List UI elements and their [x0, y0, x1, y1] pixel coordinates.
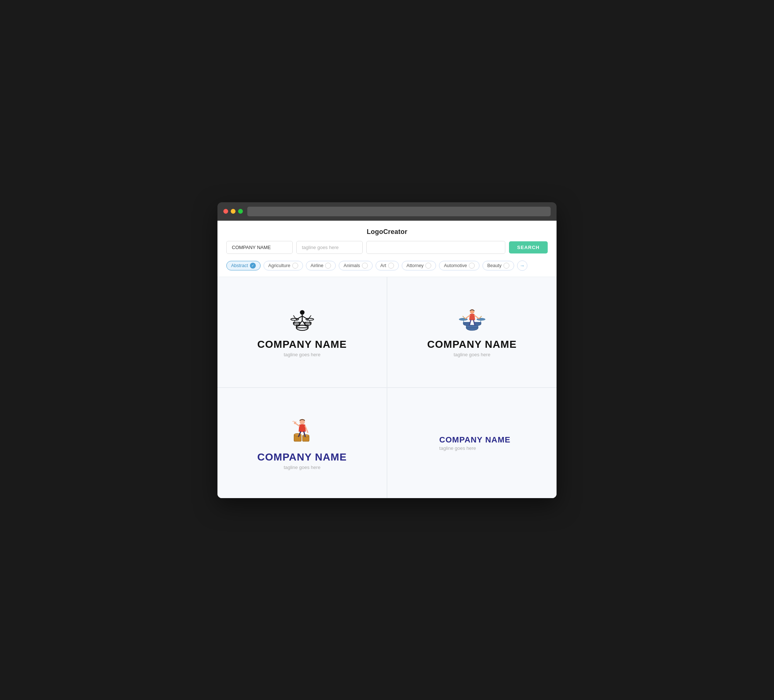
browser-window: LogoCreator SEARCH Abstract ✓Agriculture…: [217, 202, 557, 498]
logo-card-1[interactable]: COMPANY NAME tagline goes here: [217, 277, 387, 388]
filter-check-abstract: ✓: [250, 262, 256, 269]
filter-label-attorney: Attorney: [407, 263, 424, 268]
logo-company-name-2: COMPANY NAME: [427, 338, 517, 350]
logo-company-name-3: COMPANY NAME: [257, 451, 347, 463]
logo-tagline-2: tagline goes here: [454, 352, 491, 357]
filter-check-attorney: ✓: [425, 262, 431, 269]
svg-rect-23: [475, 322, 481, 324]
extra-search-input[interactable]: [366, 241, 505, 254]
svg-line-30: [475, 315, 479, 319]
browser-chrome: [217, 202, 557, 221]
svg-line-14: [296, 316, 302, 319]
logo-company-name-1: COMPANY NAME: [257, 338, 347, 350]
filter-chip-agriculture[interactable]: Agriculture ✓: [263, 261, 303, 271]
filter-check-automotive: ✓: [469, 262, 475, 269]
filter-chip-automotive[interactable]: Automotive ✓: [439, 261, 480, 271]
minimize-button[interactable]: [231, 209, 235, 214]
company-name-input[interactable]: [226, 241, 293, 254]
logo-icon-2: [457, 307, 487, 334]
window-controls: [223, 209, 243, 214]
filter-label-airline: Airline: [311, 263, 324, 268]
logo-grid: COMPANY NAME tagline goes here: [217, 277, 557, 498]
filter-chip-art[interactable]: Art ✓: [375, 261, 399, 271]
filter-chip-animals[interactable]: Animals ✓: [339, 261, 372, 271]
filter-check-animals: ✓: [362, 262, 368, 269]
filter-check-airline: ✓: [325, 262, 331, 269]
filter-label-agriculture: Agriculture: [268, 263, 290, 268]
svg-rect-21: [463, 322, 470, 324]
filter-label-abstract: Abstract: [231, 263, 248, 268]
filter-label-animals: Animals: [344, 263, 360, 268]
filter-label-automotive: Automotive: [444, 263, 467, 268]
filter-chip-beauty[interactable]: Beauty ✓: [483, 261, 514, 271]
logo-card-2[interactable]: COMPANY NAME tagline goes here: [387, 277, 557, 388]
svg-line-11: [308, 315, 311, 320]
app-content: LogoCreator SEARCH Abstract ✓Agriculture…: [217, 221, 557, 498]
filter-chip-airline[interactable]: Airline ✓: [306, 261, 336, 271]
logo-tagline-4: tagline goes here: [439, 446, 511, 451]
logo-company-name-4: COMPANY NAME: [439, 435, 511, 445]
svg-point-38: [302, 434, 309, 437]
logo-tagline-1: tagline goes here: [284, 352, 321, 357]
svg-line-40: [295, 423, 299, 426]
svg-point-12: [299, 310, 304, 314]
logo-card-3[interactable]: COMPANY NAME tagline goes here: [217, 388, 387, 498]
maximize-button[interactable]: [238, 209, 243, 214]
svg-line-10: [293, 315, 297, 320]
filter-check-beauty: ✓: [503, 262, 509, 269]
filter-label-art: Art: [380, 263, 386, 268]
logo-icon-3: [288, 416, 317, 447]
filter-chip-attorney[interactable]: Attorney ✓: [402, 261, 437, 271]
filter-check-agriculture: ✓: [292, 262, 298, 269]
svg-line-15: [302, 316, 308, 319]
filter-label-beauty: Beauty: [487, 263, 502, 268]
logo-card-4[interactable]: COMPANY NAME tagline goes here: [387, 388, 557, 498]
filter-bar: Abstract ✓Agriculture ✓Airline ✓Animals …: [217, 261, 557, 277]
svg-line-33: [469, 320, 471, 325]
svg-line-29: [465, 315, 470, 319]
filter-chip-abstract[interactable]: Abstract ✓: [226, 261, 261, 271]
filter-check-art: ✓: [388, 262, 394, 269]
logo-text-group-4: COMPANY NAME tagline goes here: [439, 435, 511, 451]
svg-line-34: [473, 320, 475, 325]
search-bar: SEARCH: [217, 241, 557, 261]
logo-icon-1: [288, 307, 317, 334]
logo-tagline-3: tagline goes here: [284, 465, 321, 470]
search-button[interactable]: SEARCH: [509, 241, 548, 253]
filter-more-button[interactable]: →: [517, 261, 528, 271]
address-bar[interactable]: [247, 207, 551, 216]
app-title: LogoCreator: [217, 221, 557, 241]
tagline-input[interactable]: [296, 241, 363, 254]
close-button[interactable]: [223, 209, 228, 214]
